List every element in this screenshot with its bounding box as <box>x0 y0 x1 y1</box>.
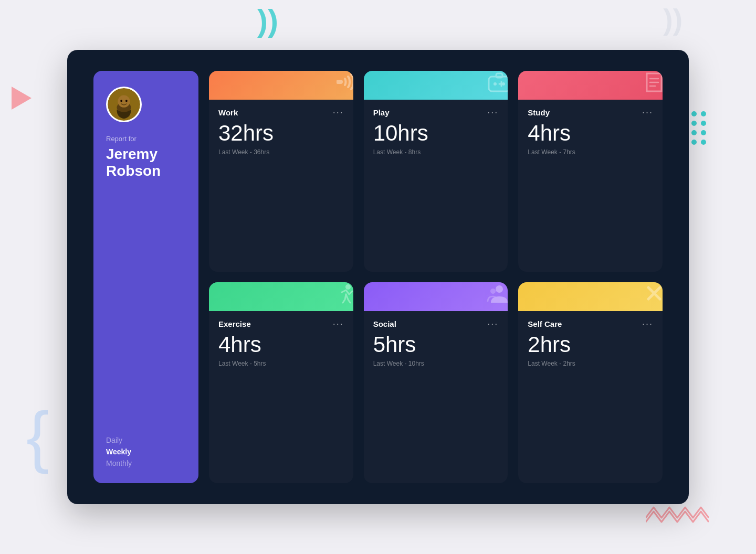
card-body-play: Play ··· 10hrs Last Week - 8hrs <box>364 100 508 272</box>
svg-rect-6 <box>337 80 341 84</box>
deco-quote-pink: )) <box>663 5 682 34</box>
card-menu-exercise[interactable]: ··· <box>333 318 344 329</box>
stat-card-study: Study ··· 4hrs Last Week - 7hrs <box>518 71 663 272</box>
card-icon-self-care <box>640 282 663 311</box>
svg-point-8 <box>494 82 497 86</box>
card-header-self-care: Self Care ··· <box>528 318 653 329</box>
card-header-exercise: Exercise ··· <box>218 318 344 329</box>
card-header-work: Work ··· <box>218 107 344 118</box>
card-top-bar-self-care <box>518 282 663 311</box>
card-title-work: Work <box>218 108 238 117</box>
main-dashboard: Report for Jeremy Robson Daily Weekly Mo… <box>67 50 689 504</box>
card-icon-work <box>331 71 353 100</box>
card-body-social: Social ··· 5hrs Last Week - 10hrs <box>364 311 508 483</box>
card-header-play: Play ··· <box>373 107 499 118</box>
profile-name: Jeremy Robson <box>106 146 186 179</box>
svg-point-4 <box>125 100 128 102</box>
period-weekly[interactable]: Weekly <box>106 448 132 456</box>
stat-card-self-care: Self Care ··· 2hrs Last Week - 2hrs <box>518 282 663 483</box>
card-top-bar-social <box>364 282 508 311</box>
card-menu-social[interactable]: ··· <box>487 318 498 329</box>
svg-point-16 <box>345 284 351 290</box>
card-last-week-work: Last Week - 36hrs <box>218 148 344 156</box>
card-icon-play <box>486 71 508 100</box>
svg-point-18 <box>490 289 496 294</box>
card-icon-exercise <box>331 282 353 311</box>
card-top-bar-exercise <box>209 282 353 311</box>
card-title-social: Social <box>373 319 396 328</box>
card-top-bar-work <box>209 71 353 100</box>
card-hours-study: 4hrs <box>528 121 653 145</box>
deco-arrow-pink <box>12 87 32 110</box>
deco-quote-teal: )) <box>257 5 278 37</box>
svg-point-3 <box>120 100 122 102</box>
period-monthly[interactable]: Monthly <box>106 459 132 467</box>
card-body-self-care: Self Care ··· 2hrs Last Week - 2hrs <box>518 311 663 483</box>
report-label: Report for <box>106 135 136 143</box>
avatar <box>106 87 142 122</box>
period-daily[interactable]: Daily <box>106 436 132 444</box>
card-icon-social <box>486 282 508 311</box>
card-menu-play[interactable]: ··· <box>487 107 498 118</box>
stat-card-exercise: Exercise ··· 4hrs Last Week - 5hrs <box>209 282 353 483</box>
card-menu-work[interactable]: ··· <box>333 107 344 118</box>
card-last-week-study: Last Week - 7hrs <box>528 148 653 156</box>
period-nav: Daily Weekly Monthly <box>106 436 132 467</box>
card-last-week-social: Last Week - 10hrs <box>373 360 499 367</box>
card-header-study: Study ··· <box>528 107 653 118</box>
deco-bracket: { <box>26 402 49 470</box>
card-last-week-play: Last Week - 8hrs <box>373 148 499 156</box>
card-title-exercise: Exercise <box>218 319 251 328</box>
card-header-social: Social ··· <box>373 318 499 329</box>
card-body-work: Work ··· 32hrs Last Week - 36hrs <box>209 100 353 272</box>
card-menu-self-care[interactable]: ··· <box>642 318 653 329</box>
stat-card-social: Social ··· 5hrs Last Week - 10hrs <box>364 282 508 483</box>
profile-card: Report for Jeremy Robson Daily Weekly Mo… <box>93 71 198 483</box>
card-top-bar-study <box>518 71 663 100</box>
card-top-bar-play <box>364 71 508 100</box>
card-last-week-exercise: Last Week - 5hrs <box>218 360 344 367</box>
card-hours-work: 32hrs <box>218 121 344 145</box>
svg-point-2 <box>118 95 130 108</box>
card-hours-exercise: 4hrs <box>218 333 344 357</box>
card-hours-self-care: 2hrs <box>528 333 653 357</box>
card-title-self-care: Self Care <box>528 319 562 328</box>
dashboard-grid: Report for Jeremy Robson Daily Weekly Mo… <box>93 71 663 483</box>
card-hours-play: 10hrs <box>373 121 499 145</box>
card-title-study: Study <box>528 108 550 117</box>
stat-card-work: Work ··· 32hrs Last Week - 36hrs <box>209 71 353 272</box>
card-title-play: Play <box>373 108 390 117</box>
deco-zigzag <box>646 502 709 525</box>
card-last-week-self-care: Last Week - 2hrs <box>528 360 653 367</box>
svg-rect-12 <box>496 73 502 78</box>
card-icon-study <box>640 71 663 100</box>
stat-card-play: Play ··· 10hrs Last Week - 8hrs <box>364 71 508 272</box>
card-body-exercise: Exercise ··· 4hrs Last Week - 5hrs <box>209 311 353 483</box>
card-menu-study[interactable]: ··· <box>642 107 653 118</box>
svg-point-17 <box>496 285 503 293</box>
card-hours-social: 5hrs <box>373 333 499 357</box>
card-body-study: Study ··· 4hrs Last Week - 7hrs <box>518 100 663 272</box>
